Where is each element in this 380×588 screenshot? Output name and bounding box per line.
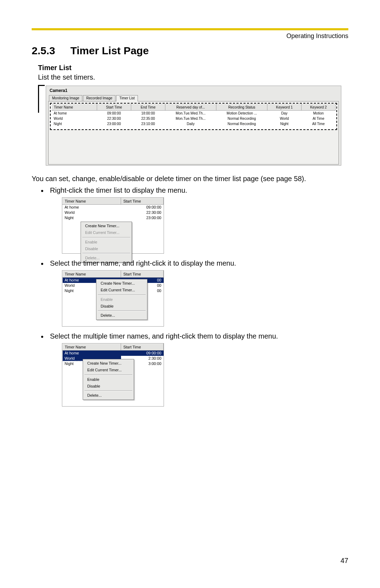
mini-col-name[interactable]: Timer Name — [63, 198, 121, 205]
paragraph-1: You can set, change, enable/disable or d… — [32, 174, 348, 184]
table-row[interactable]: Night 23:00:00 23:10:00 Daily Normal Rec… — [52, 121, 336, 126]
col-kw1[interactable]: Keyword 1 — [267, 104, 302, 111]
tab-recorded[interactable]: Recorded Image — [83, 95, 115, 101]
subsection-title: Timer List — [38, 64, 348, 72]
menu-separator — [82, 253, 130, 254]
subsection-desc: List the set timers. — [38, 73, 348, 82]
timer-table[interactable]: Timer Name Start Time End Time Reserved … — [51, 104, 336, 126]
page-number: 47 — [341, 557, 348, 565]
col-reserved[interactable]: Reserved day of... — [165, 104, 216, 111]
bullet-1-text: Right-click the timer list to display th… — [50, 186, 187, 194]
figure-3: Timer NameStart Time At home00 World00 N… — [62, 270, 164, 327]
menu-delete[interactable]: Delete... — [84, 392, 133, 399]
menu-enable: Enable — [82, 239, 131, 246]
menu-disable[interactable]: Disable — [84, 383, 133, 390]
menu-edit-timer[interactable]: Edit Current Timer... — [97, 287, 146, 293]
table-header-row: Timer Name Start Time End Time Reserved … — [52, 104, 336, 111]
timer-list-window: Camera1 Monitoring Image Recorded Image … — [46, 86, 341, 166]
menu-create-timer[interactable]: Create New Timer... — [97, 280, 146, 287]
col-start[interactable]: Start Time — [97, 104, 131, 111]
bullet-3-text: Select the multiple timer names, and rig… — [50, 332, 278, 340]
bullet-list: Right-click the timer list to display th… — [41, 186, 348, 407]
mini-col-name[interactable]: Timer Name — [63, 271, 121, 278]
figure-1: Camera1 Monitoring Image Recorded Image … — [39, 86, 348, 166]
mini-col-start[interactable]: Start Time — [121, 344, 164, 351]
list-item[interactable]: World22:30:00 — [63, 210, 164, 215]
tab-monitoring[interactable]: Monitoring Image — [49, 95, 82, 101]
menu-separator — [82, 237, 130, 238]
col-timer-name[interactable]: Timer Name — [52, 104, 97, 111]
bullet-1: Right-click the timer list to display th… — [41, 186, 348, 254]
menu-edit-timer: Edit Current Timer... — [82, 229, 131, 236]
col-end[interactable]: End Time — [131, 104, 165, 111]
section-title: Timer List Page — [70, 45, 149, 56]
list-item[interactable]: At home09:00:00 — [63, 351, 164, 356]
bullet-2: Select the timer name, and right-click i… — [41, 259, 348, 327]
col-kw2[interactable]: Keyword 2 — [302, 104, 336, 111]
callout-bracket — [38, 85, 45, 113]
timer-list-highlight: Timer Name Start Time End Time Reserved … — [50, 103, 337, 130]
context-menu[interactable]: Create New Timer... Edit Current Timer..… — [83, 359, 134, 400]
menu-enable: Enable — [97, 296, 146, 303]
menu-separator — [98, 295, 146, 295]
table-row[interactable]: World 22:30:00 22:35:00 Mon.Tue.Wed.Th..… — [52, 116, 336, 121]
running-head: Operating Instructions — [32, 32, 348, 40]
bullet-2-text: Select the timer name, and right-click i… — [50, 259, 236, 267]
page: { "header": { "running": "Operating Inst… — [0, 0, 380, 588]
mini-col-name[interactable]: Timer Name — [63, 344, 121, 351]
menu-create-timer[interactable]: Create New Timer... — [84, 360, 133, 367]
table-row[interactable]: At home 09:00:00 18:00:00 Mon.Tue.Wed.Th… — [52, 111, 336, 116]
mini-col-start[interactable]: Start Time — [121, 198, 164, 205]
context-menu[interactable]: Create New Timer... Edit Current Timer..… — [81, 222, 132, 262]
mini-table-a[interactable]: Timer NameStart Time At home09:00:00 Wor… — [62, 198, 164, 221]
menu-enable[interactable]: Enable — [84, 376, 133, 383]
header-rule — [32, 28, 348, 30]
mini-col-start[interactable]: Start Time — [121, 271, 164, 278]
figure-2: Timer NameStart Time At home09:00:00 Wor… — [62, 197, 164, 254]
list-item[interactable]: At home09:00:00 — [63, 205, 164, 210]
menu-separator — [84, 390, 132, 391]
menu-separator — [98, 310, 146, 311]
list-item[interactable]: Night23:00:00 — [63, 215, 164, 221]
section-heading: 2.5.3Timer List Page — [32, 45, 348, 57]
col-status[interactable]: Recording Status — [216, 104, 267, 111]
tab-body: Timer Name Start Time End Time Reserved … — [48, 101, 339, 165]
bullet-3: Select the multiple timer names, and rig… — [41, 332, 348, 407]
figure-4: Timer NameStart Time At home09:00:00 Wor… — [62, 343, 164, 407]
menu-disable[interactable]: Disable — [97, 303, 146, 310]
menu-separator — [84, 375, 132, 375]
menu-delete[interactable]: Delete... — [97, 312, 146, 319]
window-title: Camera1 — [50, 88, 339, 93]
menu-disable: Disable — [82, 246, 131, 252]
section-number: 2.5.3 — [32, 45, 70, 57]
menu-create-timer[interactable]: Create New Timer... — [82, 223, 131, 229]
context-menu[interactable]: Create New Timer... Edit Current Timer..… — [96, 279, 147, 320]
tab-strip: Monitoring Image Recorded Image Timer Li… — [48, 95, 339, 101]
menu-edit-timer[interactable]: Edit Current Timer... — [84, 367, 133, 373]
tab-timer-list[interactable]: Timer List — [116, 95, 138, 101]
